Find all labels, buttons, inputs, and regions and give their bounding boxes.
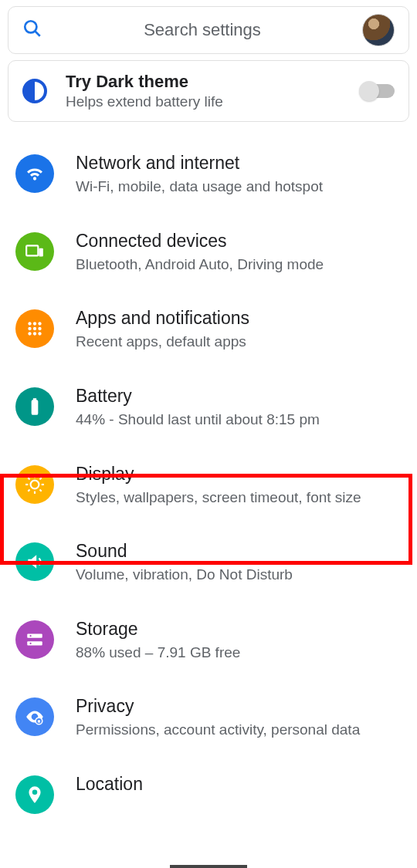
svg-rect-13 [32, 400, 39, 415]
svg-point-7 [28, 327, 31, 330]
svg-point-6 [38, 323, 41, 326]
search-bar[interactable]: Search settings [8, 6, 409, 54]
home-indicator [170, 865, 247, 868]
svg-point-10 [28, 333, 31, 336]
privacy-icon [15, 697, 54, 736]
location-icon [15, 775, 54, 814]
svg-line-20 [28, 478, 29, 479]
item-location[interactable]: Location [0, 757, 417, 814]
item-subtitle: Bluetooth, Android Auto, Driving mode [76, 255, 402, 275]
svg-point-9 [38, 327, 41, 330]
svg-point-11 [33, 333, 36, 336]
svg-line-21 [40, 489, 42, 491]
sound-icon [15, 542, 54, 581]
item-title: Location [76, 774, 402, 795]
item-subtitle: 88% used – 7.91 GB free [76, 643, 402, 663]
item-battery[interactable]: Battery 44% - Should last until about 8:… [0, 369, 417, 447]
search-placeholder: Search settings [42, 20, 362, 40]
battery-icon [15, 387, 54, 426]
item-title: Display [76, 464, 402, 485]
item-display[interactable]: Display Styles, wallpapers, screen timeo… [0, 447, 417, 525]
svg-point-12 [38, 333, 41, 336]
item-title: Privacy [76, 696, 402, 717]
apps-icon [15, 309, 54, 348]
wifi-icon [15, 154, 54, 193]
item-title: Storage [76, 619, 402, 640]
svg-point-26 [30, 635, 32, 637]
item-subtitle: Wi-Fi, mobile, data usage and hotspot [76, 177, 402, 197]
promo-title: Try Dark theme [66, 72, 361, 92]
svg-point-4 [28, 323, 31, 326]
display-icon [15, 465, 54, 504]
svg-rect-29 [38, 721, 40, 723]
item-sound[interactable]: Sound Volume, vibration, Do Not Disturb [0, 524, 417, 602]
svg-line-22 [28, 489, 29, 491]
svg-rect-14 [33, 398, 36, 400]
svg-line-1 [35, 31, 40, 36]
item-title: Connected devices [76, 231, 402, 252]
svg-rect-25 [27, 641, 42, 645]
search-icon [22, 19, 42, 42]
item-subtitle: 44% - Should last until about 8:15 pm [76, 410, 402, 430]
svg-point-15 [31, 480, 39, 488]
settings-list: Network and internet Wi-Fi, mobile, data… [0, 136, 417, 814]
storage-icon [15, 620, 54, 659]
item-subtitle: Permissions, account activity, personal … [76, 720, 402, 740]
item-subtitle: Styles, wallpapers, screen timeout, font… [76, 488, 402, 508]
item-subtitle: Volume, vibration, Do Not Disturb [76, 565, 402, 585]
dark-theme-icon [22, 79, 47, 103]
item-apps[interactable]: Apps and notifications Recent apps, defa… [0, 291, 417, 369]
item-title: Network and internet [76, 153, 402, 174]
svg-point-8 [33, 327, 36, 330]
svg-rect-3 [39, 248, 42, 256]
dark-theme-promo[interactable]: Try Dark theme Helps extend battery life [8, 60, 409, 122]
avatar[interactable] [362, 14, 395, 46]
svg-point-27 [30, 643, 32, 644]
svg-point-0 [25, 21, 36, 32]
item-title: Battery [76, 386, 402, 407]
item-privacy[interactable]: Privacy Permissions, account activity, p… [0, 679, 417, 757]
svg-rect-24 [27, 633, 42, 637]
item-network[interactable]: Network and internet Wi-Fi, mobile, data… [0, 136, 417, 214]
devices-icon [15, 232, 54, 271]
item-title: Apps and notifications [76, 308, 402, 329]
item-subtitle: Recent apps, default apps [76, 332, 402, 352]
svg-point-5 [33, 323, 36, 326]
dark-theme-toggle[interactable] [361, 84, 395, 98]
svg-line-23 [40, 478, 42, 479]
promo-subtitle: Helps extend battery life [66, 93, 361, 110]
item-storage[interactable]: Storage 88% used – 7.91 GB free [0, 602, 417, 680]
svg-rect-2 [26, 245, 38, 255]
item-title: Sound [76, 541, 402, 562]
item-connected-devices[interactable]: Connected devices Bluetooth, Android Aut… [0, 214, 417, 292]
